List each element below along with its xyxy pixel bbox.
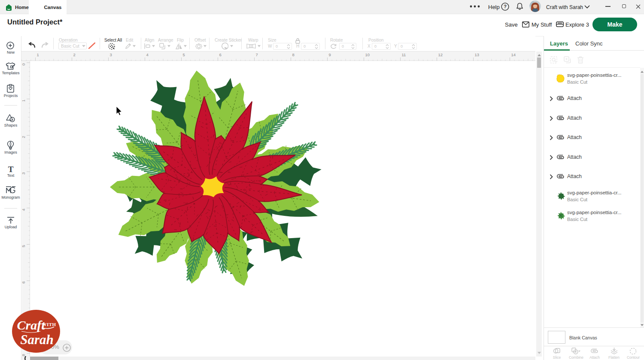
svg-text:WITH: WITH [42, 322, 56, 327]
svg-text:4: 4 [146, 52, 149, 57]
svg-text:1: 1 [37, 52, 39, 57]
svg-text:2: 2 [22, 136, 26, 138]
svg-text:3: 3 [22, 172, 26, 174]
svg-text:2: 2 [73, 52, 76, 57]
svg-text:11: 11 [402, 52, 406, 57]
svg-text:8: 8 [292, 52, 295, 57]
svg-text:9: 9 [329, 52, 331, 57]
svg-text:4: 4 [22, 209, 26, 211]
svg-text:7: 7 [256, 52, 258, 57]
svg-text:6: 6 [219, 52, 222, 57]
svg-text:3: 3 [110, 52, 112, 57]
svg-text:10: 10 [365, 52, 370, 57]
svg-text:Craft: Craft [17, 318, 46, 332]
svg-text:12: 12 [438, 52, 443, 57]
svg-text:6: 6 [22, 281, 26, 284]
svg-text:5: 5 [22, 245, 26, 247]
svg-text:13: 13 [475, 52, 480, 57]
svg-text:5: 5 [183, 52, 185, 57]
svg-text:0: 0 [22, 63, 26, 65]
svg-text:Sarah: Sarah [20, 332, 54, 347]
svg-text:?: ? [504, 4, 507, 9]
svg-text:1: 1 [22, 100, 26, 102]
svg-text:14: 14 [511, 52, 516, 57]
